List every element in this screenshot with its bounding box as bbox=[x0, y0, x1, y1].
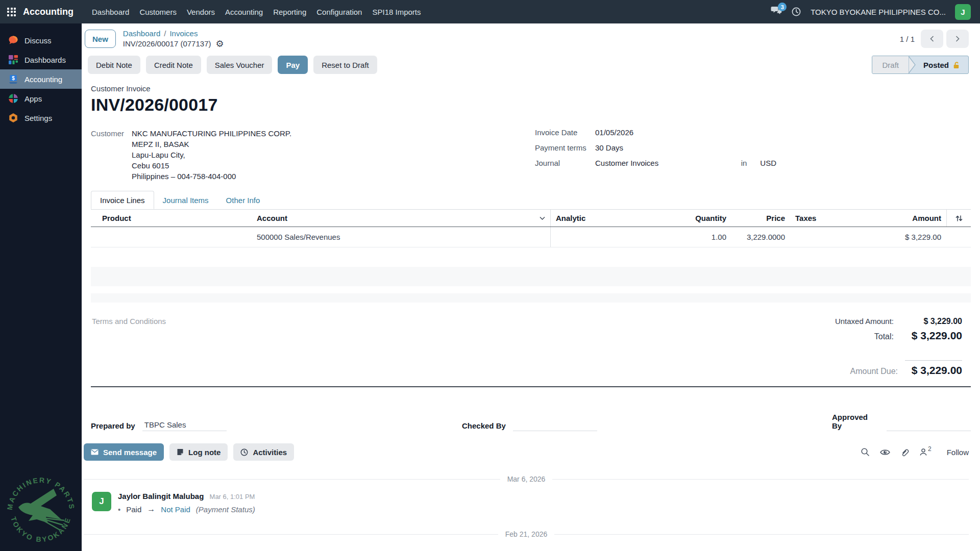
menu-customers[interactable]: Customers bbox=[134, 8, 182, 16]
menu-accounting[interactable]: Accounting bbox=[220, 8, 268, 16]
sidebar-item-accounting[interactable]: $ Accounting bbox=[0, 69, 82, 89]
breadcrumb-dashboard[interactable]: Dashboard bbox=[123, 29, 160, 38]
sidebar-item-label: Apps bbox=[24, 94, 42, 103]
column-header-account[interactable]: Account bbox=[252, 214, 550, 222]
company-switcher[interactable]: TOKYO BYOKANE PHILIPPINES CO... bbox=[811, 8, 946, 16]
checked-by-value[interactable] bbox=[513, 421, 597, 431]
menu-reporting[interactable]: Reporting bbox=[268, 8, 311, 16]
followers-icon[interactable]: 2 bbox=[919, 448, 932, 456]
approved-by-value[interactable] bbox=[887, 421, 971, 431]
credit-note-button[interactable]: Credit Note bbox=[146, 56, 201, 74]
totals-block: Untaxed Amount: $ 3,229.00 Total: $ 3,22… bbox=[787, 317, 971, 380]
activities-clock-icon[interactable] bbox=[791, 7, 801, 17]
invoice-line-row[interactable]: 500000 Sales/Revenues 1.00 3,229.0000 $ … bbox=[91, 227, 971, 247]
prepared-by-value[interactable]: TBPC Sales bbox=[142, 420, 227, 431]
chevron-left-icon bbox=[929, 35, 935, 42]
total-label: Total: bbox=[874, 332, 894, 341]
customer-address[interactable]: NKC MANUFACTURING PHILIPPINES CORP. MEPZ… bbox=[132, 128, 291, 182]
followers-count: 2 bbox=[928, 445, 932, 453]
status-arrow-separator bbox=[909, 56, 919, 73]
sidebar-item-apps[interactable]: Apps bbox=[0, 89, 82, 108]
pager-next-button[interactable] bbox=[946, 30, 969, 48]
untaxed-amount-value: $ 3,229.00 bbox=[901, 317, 962, 326]
settings-icon bbox=[8, 113, 18, 123]
invoice-lines-table: Product Account Analytic Quantity Price … bbox=[91, 210, 971, 303]
amount-due-label: Amount Due: bbox=[850, 367, 898, 376]
chatter: Send message Log note Activities bbox=[82, 431, 980, 538]
column-header-taxes[interactable]: Taxes bbox=[790, 214, 846, 222]
optional-columns-icon[interactable] bbox=[946, 210, 971, 227]
sidebar-item-label: Dashboards bbox=[24, 56, 66, 64]
invoice-date-value[interactable]: 01/05/2026 bbox=[595, 128, 633, 137]
sidebar-item-dashboards[interactable]: Dashboards bbox=[0, 50, 82, 69]
tab-invoice-lines[interactable]: Invoice Lines bbox=[91, 191, 154, 209]
line-price: 3,229.0000 bbox=[731, 233, 790, 241]
new-button[interactable]: New bbox=[85, 30, 116, 48]
chatter-message: J Jaylor Balingit Malubag Mar 6, 1:01 PM… bbox=[84, 483, 969, 514]
menu-dashboard[interactable]: Dashboard bbox=[87, 8, 134, 16]
tab-other-info[interactable]: Other Info bbox=[217, 191, 269, 209]
attachments-paperclip-icon[interactable] bbox=[900, 448, 909, 457]
sidebar-item-settings[interactable]: Settings bbox=[0, 108, 82, 128]
column-header-quantity[interactable]: Quantity bbox=[668, 214, 731, 222]
reset-to-draft-button[interactable]: Reset to Draft bbox=[313, 56, 377, 74]
status-step-posted[interactable]: Posted bbox=[919, 56, 968, 73]
apps-grid-icon[interactable] bbox=[7, 8, 16, 16]
current-app-name[interactable]: Accounting bbox=[23, 7, 74, 17]
journal-value[interactable]: Customer Invoices bbox=[595, 159, 658, 167]
discuss-icon bbox=[8, 35, 18, 45]
chevron-right-icon bbox=[954, 35, 961, 42]
action-menu-gear-icon[interactable]: ⚙ bbox=[215, 39, 224, 48]
notebook-tabs: Invoice Lines Journal Items Other Info bbox=[91, 191, 971, 210]
sidebar-item-label: Discuss bbox=[24, 36, 52, 45]
line-amount: $ 3,229.00 bbox=[846, 233, 946, 241]
pay-button[interactable]: Pay bbox=[278, 56, 308, 74]
payment-terms-value[interactable]: 30 Days bbox=[595, 143, 623, 152]
menu-spi18-imports[interactable]: SPI18 Imports bbox=[367, 8, 426, 16]
activities-button[interactable]: Activities bbox=[233, 443, 294, 461]
currency-value[interactable]: USD bbox=[760, 159, 776, 167]
message-author[interactable]: Jaylor Balingit Malubag bbox=[118, 492, 204, 500]
empty-row bbox=[91, 286, 971, 293]
column-header-product[interactable]: Product bbox=[91, 214, 252, 222]
accounting-icon: $ bbox=[8, 74, 18, 84]
message-timestamp: Mar 6, 1:01 PM bbox=[210, 493, 255, 500]
empty-row bbox=[91, 267, 971, 286]
tracking-new-value[interactable]: Not Paid bbox=[161, 505, 190, 514]
column-header-analytic[interactable]: Analytic bbox=[550, 210, 668, 227]
messages-icon[interactable]: 3 bbox=[771, 6, 782, 17]
follow-button[interactable]: Follow bbox=[947, 448, 969, 457]
tab-journal-items[interactable]: Journal Items bbox=[154, 191, 217, 209]
payment-terms-label: Payment terms bbox=[535, 143, 595, 152]
svg-text:$: $ bbox=[12, 76, 15, 81]
sidebar-item-discuss[interactable]: Discuss bbox=[0, 31, 82, 50]
send-message-button[interactable]: Send message bbox=[84, 443, 164, 461]
invoice-fields: Invoice Date 01/05/2026 Payment terms 30… bbox=[531, 128, 971, 182]
pager-previous-button[interactable] bbox=[921, 30, 943, 48]
untaxed-amount-label: Untaxed Amount: bbox=[835, 317, 894, 325]
line-analytic bbox=[550, 227, 668, 247]
column-header-amount[interactable]: Amount bbox=[846, 214, 946, 222]
log-note-button[interactable]: Log note bbox=[169, 443, 228, 461]
pager-counter: 1 / 1 bbox=[900, 35, 915, 43]
status-step-draft[interactable]: Draft bbox=[872, 56, 909, 73]
column-header-price[interactable]: Price bbox=[731, 214, 790, 222]
terms-and-conditions-placeholder[interactable]: Terms and Conditions bbox=[91, 317, 166, 380]
menu-vendors[interactable]: Vendors bbox=[182, 8, 220, 16]
line-account: 500000 Sales/Revenues bbox=[252, 233, 550, 241]
logo-bird bbox=[18, 489, 61, 523]
menu-configuration[interactable]: Configuration bbox=[311, 8, 367, 16]
sales-voucher-button[interactable]: Sales Voucher bbox=[207, 56, 273, 74]
date-divider: Feb 21, 2026 bbox=[84, 530, 969, 538]
user-avatar[interactable]: J bbox=[955, 4, 971, 20]
customer-label: Customer bbox=[91, 128, 132, 182]
invoice-type-label: Customer Invoice bbox=[91, 84, 971, 93]
debit-note-button[interactable]: Debit Note bbox=[88, 56, 140, 74]
search-messages-icon[interactable] bbox=[861, 447, 870, 457]
invoice-date-label: Invoice Date bbox=[535, 128, 595, 137]
currency-in-label: in bbox=[741, 159, 747, 167]
breadcrumb-invoices[interactable]: Invoices bbox=[169, 29, 198, 38]
apps-icon bbox=[8, 93, 18, 104]
customer-name: NKC MANUFACTURING PHILIPPINES CORP. bbox=[132, 128, 291, 139]
watch-eye-icon[interactable] bbox=[880, 448, 890, 456]
